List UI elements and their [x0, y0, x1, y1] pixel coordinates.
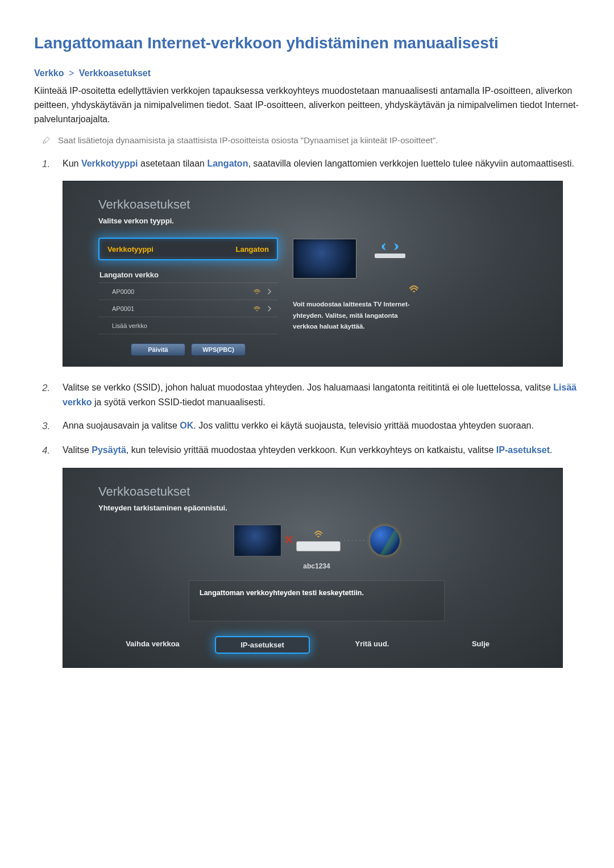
close-button[interactable]: Sulje [434, 636, 527, 654]
network-settings-panel-2: Verkkoasetukset Yhteyden tarkistaminen e… [63, 468, 563, 668]
kw-pysayta: Pysäytä [92, 445, 126, 455]
ap-name: AP0001 [112, 305, 134, 312]
step-1-text-a: Kun [63, 159, 81, 168]
breadcrumb-separator: > [69, 68, 74, 78]
x-fail-icon [285, 535, 293, 546]
note-text: Saat lisätietoja dynaamisista ja staatti… [58, 134, 438, 147]
kw-ok: OK [180, 421, 193, 430]
step-2-number: 2. [42, 380, 52, 409]
step-1-text-b: asetetaan tilaan [138, 159, 208, 168]
network-settings-panel-1: Verkkoasetukset Valitse verkon tyyppi. V… [63, 181, 563, 367]
tv-icon [234, 525, 281, 556]
step-3-text-a: Anna suojausavain ja valitse [63, 421, 180, 430]
step-1-text-c: , saatavilla olevien langattomien verkko… [248, 159, 574, 168]
step-3: 3. Anna suojausavain ja valitse OK. Jos … [42, 418, 580, 434]
chevron-right-icon [267, 306, 272, 312]
panel1-description: Voit muodostaa laitteesta TV Internet-yh… [293, 299, 418, 333]
connection-dots: ······ [344, 537, 367, 543]
change-network-button[interactable]: Vaihda verkkoa [106, 636, 199, 654]
error-message-box: Langattoman verkkoyhteyden testi keskeyt… [189, 580, 445, 621]
chevron-right-icon [267, 289, 272, 294]
pencil-icon [42, 136, 50, 144]
refresh-button[interactable]: Päivitä [131, 343, 185, 356]
step-3-number: 3. [42, 418, 52, 434]
step-4-text-b: , kun televisio yrittää muodostaa yhteyd… [126, 445, 496, 455]
panel2-subtitle: Yhteyden tarkistaminen epäonnistui. [98, 504, 535, 512]
ip-settings-button[interactable]: IP-asetukset [215, 636, 310, 654]
router-illustration [375, 242, 405, 258]
ssid-label: abc1234 [98, 562, 535, 570]
wifi-icon [253, 305, 261, 313]
step-3-text-b: . Jos valittu verkko ei käytä suojausta,… [193, 421, 534, 430]
wifi-icon [253, 288, 261, 296]
step-4-number: 4. [42, 443, 52, 458]
breadcrumb-b[interactable]: Verkkoasetukset [79, 68, 151, 78]
wps-pbc-button[interactable]: WPS(PBC) [191, 343, 246, 356]
wifi-base-icon [293, 284, 535, 293]
breadcrumb: Verkko > Verkkoasetukset [34, 68, 580, 78]
monitor-illustration [293, 239, 356, 279]
wireless-list-label: Langaton verkko [99, 271, 278, 279]
wave-left-icon [379, 242, 388, 251]
step-2-text-b: ja syötä verkon SSID-tiedot manuaalisest… [92, 397, 265, 407]
step-4-text-a: Valitse [63, 445, 92, 455]
kw-langaton: Langaton [207, 159, 248, 168]
kw-ip-asetukset: IP-asetukset [496, 445, 550, 455]
step-2-text-a: Valitse se verkko (SSID), johon haluat m… [63, 383, 553, 392]
router-wifi-icon [314, 530, 323, 540]
dropdown-label: Verkkotyyppi [107, 245, 154, 254]
ap-name: Lisää verkko [112, 322, 147, 329]
access-point-list: AP0000 AP0001 Lisää [98, 283, 278, 334]
ap-row-0[interactable]: AP0000 [98, 283, 278, 300]
retry-button[interactable]: Yritä uud. [326, 636, 418, 654]
wave-right-icon [392, 242, 401, 251]
router-icon [296, 541, 341, 551]
ap-row-1[interactable]: AP0001 [98, 300, 278, 317]
connection-diagram: ······ [98, 525, 535, 556]
breadcrumb-a[interactable]: Verkko [34, 68, 64, 78]
kw-verkkotyyppi: Verkkotyyppi [81, 159, 138, 168]
panel1-title: Verkkoasetukset [98, 197, 535, 212]
intro-paragraph: Kiinteää IP-osoitetta edellyttävien verk… [34, 84, 580, 126]
panel2-button-row: Vaihda verkkoa IP-asetukset Yritä uud. S… [98, 636, 535, 657]
panel2-title: Verkkoasetukset [98, 484, 535, 499]
network-type-dropdown[interactable]: Verkkotyyppi Langaton [98, 238, 278, 260]
step-4-text-c: . [550, 445, 552, 455]
ap-name: AP0000 [112, 288, 134, 295]
dropdown-value: Langaton [236, 245, 269, 254]
ap-row-add-network[interactable]: Lisää verkko [98, 317, 278, 334]
step-1: 1. Kun Verkkotyyppi asetetaan tilaan Lan… [42, 156, 580, 172]
page-title: Langattomaan Internet-verkkoon yhdistämi… [34, 34, 580, 52]
panel1-subtitle: Valitse verkon tyyppi. [98, 217, 535, 225]
step-2: 2. Valitse se verkko (SSID), johon halua… [42, 380, 580, 409]
step-1-number: 1. [42, 156, 52, 172]
step-4: 4. Valitse Pysäytä, kun televisio yrittä… [42, 443, 580, 458]
globe-icon [370, 526, 400, 555]
